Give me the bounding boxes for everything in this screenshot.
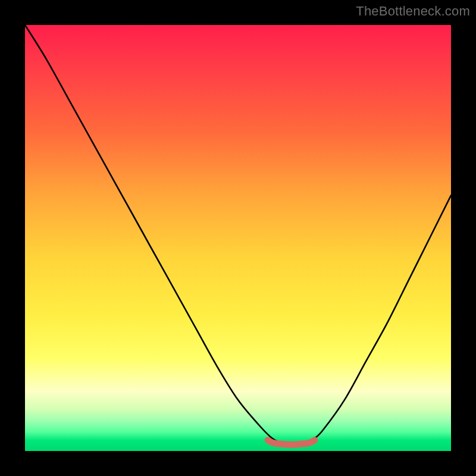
- optimal-range-marker: [268, 440, 315, 445]
- plot-area: [25, 25, 451, 451]
- bump-svg: [25, 25, 451, 451]
- chart-frame: TheBottleneck.com: [0, 0, 476, 476]
- watermark-text: TheBottleneck.com: [356, 4, 470, 19]
